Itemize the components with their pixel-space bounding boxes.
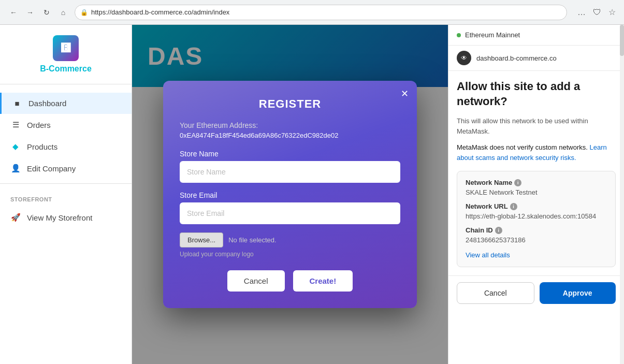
- network-name-label: Network Name i: [466, 179, 607, 186]
- scroll-indicator: [620, 25, 624, 364]
- brand-name: B-Commerce: [40, 64, 92, 74]
- sidebar-nav: ■ Dashboard ☰ Orders ◆ Products 👤 Edit C…: [0, 84, 132, 364]
- forward-button[interactable]: →: [23, 5, 37, 20]
- page-content: DAS ✕ REGISTER Your Ethereum Address: 0x…: [132, 25, 448, 364]
- sidebar-item-products[interactable]: ◆ Products: [0, 136, 132, 157]
- scroll-thumb[interactable]: [620, 25, 624, 56]
- modal-overlay: ✕ REGISTER Your Ethereum Address: 0xEA84…: [132, 25, 448, 364]
- mm-main-title: Allow this site to add a network?: [457, 79, 616, 109]
- browser-chrome: ← → ↻ ⌂ 🔒 https://dashboard.b-commerce.c…: [0, 0, 624, 25]
- mm-site-url: dashboard.b-commerce.co: [476, 54, 557, 62]
- lock-icon: 🔒: [80, 9, 88, 16]
- nav-buttons: ← → ↻ ⌂: [6, 5, 70, 20]
- address-bar[interactable]: 🔒 https://dashboard.b-commerce.co/admin/…: [75, 5, 567, 20]
- sidebar-item-products-label: Products: [27, 142, 57, 151]
- chain-id-info-icon[interactable]: i: [495, 227, 502, 234]
- sidebar-item-orders-label: Orders: [27, 121, 51, 129]
- store-email-label: Store Email: [180, 191, 400, 199]
- mm-details-card: Network Name i SKALE Network Testnet Net…: [457, 171, 616, 267]
- browser-actions: … 🛡 ☆: [575, 5, 618, 19]
- edit-company-icon: 👤: [10, 164, 21, 173]
- mm-footer: Cancel Approve: [448, 275, 624, 310]
- reload-button[interactable]: ↻: [39, 5, 54, 20]
- sidebar: 🅱 B-Commerce ■ Dashboard ☰ Orders ◆ Prod…: [0, 25, 132, 364]
- sidebar-item-dashboard-label: Dashboard: [28, 99, 66, 108]
- modal-title: REGISTER: [180, 97, 400, 111]
- network-dot-icon: [457, 33, 461, 37]
- network-url-value: https://eth-global-12.skalenodes.com:105…: [466, 212, 607, 220]
- view-all-link[interactable]: View all details: [466, 251, 510, 259]
- bookmark-button[interactable]: ☆: [606, 5, 618, 19]
- more-options-button[interactable]: …: [575, 5, 588, 19]
- logo-image: 🅱: [53, 35, 79, 61]
- store-email-input[interactable]: [180, 202, 400, 224]
- mm-warning-link2[interactable]: scams and network security risks.: [475, 154, 576, 162]
- sidebar-item-edit-company-label: Edit Company: [27, 164, 76, 173]
- main-area: 🅱 B-Commerce ■ Dashboard ☰ Orders ◆ Prod…: [0, 25, 624, 364]
- file-upload-row: Browse... No file selected.: [180, 232, 400, 247]
- products-icon: ◆: [10, 142, 21, 151]
- store-name-label: Store Name: [180, 150, 400, 158]
- chain-id-label: Chain ID i: [466, 226, 607, 234]
- modal-actions: Cancel Create!: [180, 270, 400, 292]
- sidebar-item-view-storefront[interactable]: 🚀 View My Storefront: [0, 207, 132, 228]
- eth-address-value: 0xEA8474Fa18fF454ed6a69A86c76322edC982de…: [180, 132, 400, 139]
- eth-address-label: Your Ethereum Address:: [180, 121, 400, 129]
- site-icon: 👁: [457, 51, 471, 65]
- sidebar-item-view-storefront-label: View My Storefront: [27, 213, 92, 222]
- sidebar-divider: [0, 183, 132, 184]
- orders-icon: ☰: [10, 120, 21, 129]
- mm-header: Ethereum Mainnet: [448, 25, 624, 46]
- modal-close-button[interactable]: ✕: [401, 88, 409, 99]
- network-name-value: SKALE Network Testnet: [466, 188, 607, 196]
- sidebar-item-orders[interactable]: ☰ Orders: [0, 114, 132, 136]
- storefront-icon: 🚀: [10, 213, 21, 222]
- dashboard-icon: ■: [12, 99, 22, 108]
- upload-hint: Upload your company logo: [180, 251, 400, 258]
- create-button[interactable]: Create!: [293, 270, 353, 292]
- network-url-label: Network URL i: [466, 202, 607, 210]
- mm-approve-button[interactable]: Approve: [540, 282, 616, 304]
- chain-id-value: 2481366625373186: [466, 236, 607, 244]
- store-name-input[interactable]: [180, 161, 400, 183]
- mm-content: Allow this site to add a network? This w…: [448, 71, 624, 267]
- network-url-info-icon[interactable]: i: [510, 203, 517, 210]
- register-modal: ✕ REGISTER Your Ethereum Address: 0xEA84…: [163, 81, 417, 308]
- mm-network-name: Ethereum Mainnet: [465, 31, 520, 39]
- mm-warning: MetaMask does not verify custom networks…: [457, 142, 616, 163]
- sidebar-logo: 🅱 B-Commerce: [0, 25, 132, 84]
- file-name-display: No file selected.: [228, 236, 277, 244]
- mm-warning-text: MetaMask does not verify custom networks…: [457, 143, 588, 151]
- url-text: https://dashboard.b-commerce.co/admin/in…: [91, 8, 561, 16]
- sidebar-item-edit-company[interactable]: 👤 Edit Company: [0, 157, 132, 179]
- sidebar-item-dashboard[interactable]: ■ Dashboard: [0, 93, 132, 114]
- cancel-button[interactable]: Cancel: [227, 270, 285, 292]
- mm-site-row: 👁 dashboard.b-commerce.co: [448, 46, 624, 71]
- shield-button[interactable]: 🛡: [591, 5, 603, 19]
- metamask-panel: Ethereum Mainnet 👁 dashboard.b-commerce.…: [448, 25, 624, 364]
- browse-button[interactable]: Browse...: [180, 232, 223, 247]
- mm-cancel-button[interactable]: Cancel: [457, 282, 534, 304]
- storefront-section-label: STOREFRONT: [0, 188, 132, 207]
- back-button[interactable]: ←: [6, 5, 21, 20]
- mm-description: This will allow this network to be used …: [457, 116, 616, 136]
- network-name-info-icon[interactable]: i: [514, 179, 521, 186]
- home-button[interactable]: ⌂: [56, 5, 70, 20]
